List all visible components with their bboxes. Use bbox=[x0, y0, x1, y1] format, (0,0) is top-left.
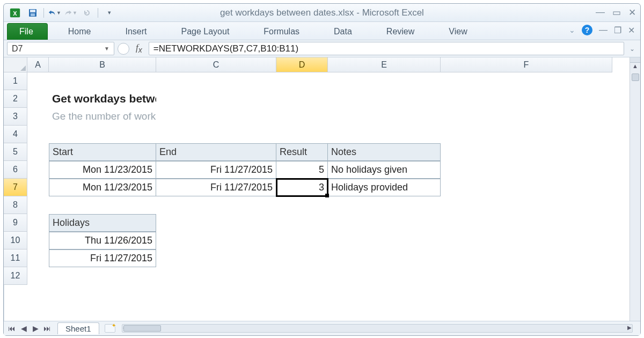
hscroll-thumb[interactable] bbox=[123, 325, 161, 332]
tab-review[interactable]: Review bbox=[376, 24, 425, 40]
select-all-corner[interactable] bbox=[4, 57, 27, 72]
window-restore-inner[interactable]: ❐ bbox=[614, 25, 621, 35]
cell-B5[interactable]: Start bbox=[49, 143, 156, 161]
cell-E11[interactable] bbox=[328, 249, 441, 267]
cell-D9[interactable] bbox=[276, 214, 328, 232]
row-header-6[interactable]: 6 bbox=[4, 161, 27, 179]
cell-F1[interactable] bbox=[441, 72, 612, 90]
cell-C1[interactable] bbox=[156, 72, 276, 90]
ribbon-minimize-icon[interactable]: ⌄ bbox=[569, 26, 575, 34]
scroll-up-icon[interactable]: ▲ bbox=[632, 63, 638, 72]
row-header-3[interactable]: 3 bbox=[4, 108, 27, 126]
cell-F6[interactable] bbox=[441, 161, 612, 179]
sheet-tab[interactable]: Sheet1 bbox=[57, 322, 99, 334]
name-box[interactable]: D7 ▼ bbox=[7, 42, 114, 55]
new-sheet-button[interactable] bbox=[105, 324, 115, 333]
row-header-8[interactable]: 8 bbox=[4, 196, 27, 214]
vertical-scrollbar[interactable]: ▲ bbox=[630, 57, 640, 321]
cell-A4[interactable] bbox=[27, 126, 49, 143]
cell-D12[interactable] bbox=[276, 267, 328, 285]
row-header-10[interactable]: 10 bbox=[4, 232, 27, 249]
name-box-dropdown-icon[interactable]: ▼ bbox=[104, 46, 109, 52]
cell-F9[interactable] bbox=[441, 214, 612, 232]
cell-C10[interactable] bbox=[156, 232, 276, 249]
cell-D10[interactable] bbox=[276, 232, 328, 249]
cell-C6[interactable]: Fri 11/27/2015 bbox=[156, 161, 276, 179]
cell-E10[interactable] bbox=[328, 232, 441, 249]
cell-E1[interactable] bbox=[328, 72, 441, 90]
tab-view[interactable]: View bbox=[438, 24, 478, 40]
col-header-E[interactable]: E bbox=[328, 57, 441, 72]
redo-alt-button[interactable] bbox=[80, 7, 93, 19]
cell-F7[interactable] bbox=[441, 179, 612, 196]
tab-data[interactable]: Data bbox=[323, 24, 363, 40]
sheet-nav-last-icon[interactable]: ⏭ bbox=[42, 324, 52, 333]
col-header-C[interactable]: C bbox=[156, 57, 276, 72]
cell-B11[interactable]: Fri 11/27/2015 bbox=[49, 249, 156, 267]
cell-B10[interactable]: Thu 11/26/2015 bbox=[49, 232, 156, 249]
cell-C8[interactable] bbox=[156, 196, 276, 214]
redo-button[interactable]: ▼ bbox=[64, 7, 77, 19]
maximize-button[interactable]: ▭ bbox=[612, 7, 621, 18]
cell-B9[interactable]: Holidays bbox=[49, 214, 156, 232]
cell-E9[interactable] bbox=[328, 214, 441, 232]
row-header-11[interactable]: 11 bbox=[4, 249, 27, 267]
cell-A12[interactable] bbox=[27, 267, 49, 285]
cell-D8[interactable] bbox=[276, 196, 328, 214]
row-header-7[interactable]: 7 bbox=[4, 179, 27, 196]
col-header-D[interactable]: D bbox=[276, 57, 328, 72]
qat-customize-button[interactable]: ▾ bbox=[103, 7, 115, 19]
cell-A5[interactable] bbox=[27, 143, 49, 161]
tab-home[interactable]: Home bbox=[57, 24, 102, 40]
cell-D3[interactable] bbox=[276, 108, 328, 126]
cell-E8[interactable] bbox=[328, 196, 441, 214]
cell-A3[interactable] bbox=[27, 108, 49, 126]
cell-F11[interactable] bbox=[441, 249, 612, 267]
help-icon[interactable]: ? bbox=[582, 25, 592, 35]
cell-A10[interactable] bbox=[27, 232, 49, 249]
cell-D2[interactable] bbox=[276, 90, 328, 108]
cell-D11[interactable] bbox=[276, 249, 328, 267]
cell-D6[interactable]: 5 bbox=[276, 161, 328, 179]
horizontal-scrollbar[interactable]: ◀ ▶ bbox=[122, 324, 633, 333]
window-minimize-inner[interactable]: ― bbox=[599, 25, 608, 35]
split-box[interactable] bbox=[630, 57, 640, 63]
cell-F12[interactable] bbox=[441, 267, 612, 285]
col-header-A[interactable]: A bbox=[27, 57, 49, 72]
row-header-12[interactable]: 12 bbox=[4, 267, 27, 285]
cell-C12[interactable] bbox=[156, 267, 276, 285]
cell-F8[interactable] bbox=[441, 196, 612, 214]
cell-C11[interactable] bbox=[156, 249, 276, 267]
cell-D1[interactable] bbox=[276, 72, 328, 90]
row-header-5[interactable]: 5 bbox=[4, 143, 27, 161]
cell-E6[interactable]: No holidays given bbox=[328, 161, 441, 179]
row-header-4[interactable]: 4 bbox=[4, 126, 27, 143]
fx-icon[interactable]: fx bbox=[133, 42, 145, 54]
close-button[interactable]: ✕ bbox=[628, 7, 636, 18]
formula-input[interactable]: =NETWORKDAYS(B7,C7,B10:B11) bbox=[149, 42, 624, 55]
cell-B8[interactable] bbox=[49, 196, 156, 214]
cell-E7[interactable]: Holidays provided bbox=[328, 179, 441, 196]
col-header-F[interactable]: F bbox=[441, 57, 612, 72]
cell-F5[interactable] bbox=[441, 143, 612, 161]
cell-A11[interactable] bbox=[27, 249, 49, 267]
save-button[interactable] bbox=[26, 7, 39, 19]
cell-F2[interactable] bbox=[441, 90, 612, 108]
scroll-right-icon[interactable]: ▶ bbox=[626, 325, 633, 330]
cell-C3[interactable] bbox=[156, 108, 276, 126]
cell-A9[interactable] bbox=[27, 214, 49, 232]
sheet-nav-prev-icon[interactable]: ◀ bbox=[19, 324, 28, 333]
vscroll-thumb[interactable] bbox=[632, 74, 639, 81]
col-header-B[interactable]: B bbox=[49, 57, 156, 72]
cell-D5[interactable]: Result bbox=[276, 143, 328, 161]
cell-C9[interactable] bbox=[156, 214, 276, 232]
cell-A8[interactable] bbox=[27, 196, 49, 214]
row-header-9[interactable]: 9 bbox=[4, 214, 27, 232]
cell-F3[interactable] bbox=[441, 108, 612, 126]
sheet-nav-first-icon[interactable]: ⏮ bbox=[7, 324, 17, 333]
cell-C5[interactable]: End bbox=[156, 143, 276, 161]
cell-B3[interactable]: Ge the number of workdays between two da… bbox=[49, 108, 156, 126]
row-header-1[interactable]: 1 bbox=[4, 72, 27, 90]
cell-A1[interactable] bbox=[27, 72, 49, 90]
cell-C4[interactable] bbox=[156, 126, 276, 143]
